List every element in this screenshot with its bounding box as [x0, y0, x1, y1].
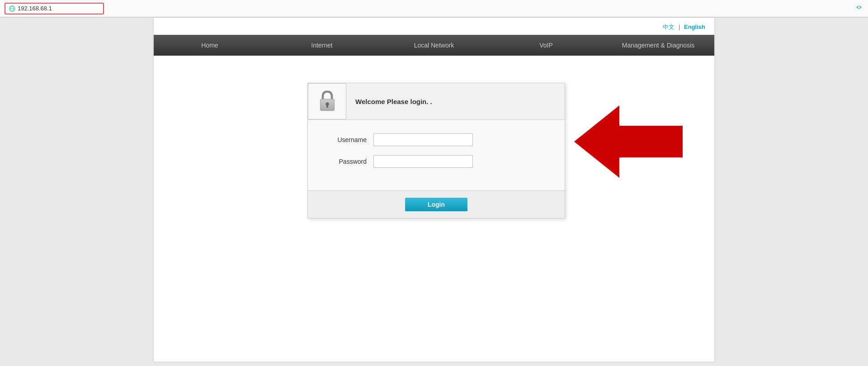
svg-marker-7 — [574, 105, 683, 178]
username-row: Username — [326, 133, 547, 146]
username-input[interactable] — [373, 133, 473, 146]
login-box: Welcome Please login. . Username Passwor… — [307, 83, 565, 219]
nav-item-home[interactable]: Home — [154, 35, 266, 56]
svg-rect-6 — [326, 105, 328, 107]
password-label: Password — [326, 158, 367, 165]
language-bar: 中文 | English — [154, 18, 714, 35]
lock-icon-box — [308, 83, 346, 119]
browser-chrome: 192.168.68.1 — [0, 0, 868, 18]
address-bar-row: 192.168.68.1 — [0, 0, 868, 17]
red-arrow-svg — [574, 105, 683, 178]
lang-separator: | — [679, 24, 680, 30]
lock-icon — [316, 89, 339, 114]
nav-bar: Home Internet Local Network VoIP Managem… — [154, 35, 714, 56]
password-input[interactable] — [373, 155, 473, 168]
browser-action-icon[interactable] — [854, 3, 863, 14]
login-footer: Login — [308, 190, 565, 218]
address-bar[interactable]: 192.168.68.1 — [5, 3, 104, 14]
globe-icon — [9, 5, 15, 12]
nav-item-local-network[interactable]: Local Network — [378, 35, 490, 56]
username-label: Username — [326, 136, 367, 143]
content-wrapper: 中文 | English Home Internet Local Network… — [154, 18, 714, 361]
dialog-area: Welcome Please login. . Username Passwor… — [154, 56, 714, 219]
nav-item-voip[interactable]: VoIP — [490, 35, 602, 56]
welcome-text: Welcome Please login. . — [346, 98, 441, 105]
nav-item-internet[interactable]: Internet — [266, 35, 378, 56]
annotation-arrow — [574, 105, 683, 179]
nav-item-management[interactable]: Management & Diagnosis — [602, 35, 714, 56]
login-header: Welcome Please login. . — [308, 83, 565, 120]
lang-zh-link[interactable]: 中文 — [663, 24, 675, 30]
login-button[interactable]: Login — [405, 198, 467, 211]
password-row: Password — [326, 155, 547, 168]
lang-en-link[interactable]: English — [684, 24, 705, 30]
svg-point-3 — [858, 6, 860, 9]
page-wrapper: 192.168.68.1 中文 | English Home Internet — [0, 0, 868, 366]
login-form: Username Password — [308, 120, 565, 190]
address-text: 192.168.68.1 — [18, 5, 52, 12]
